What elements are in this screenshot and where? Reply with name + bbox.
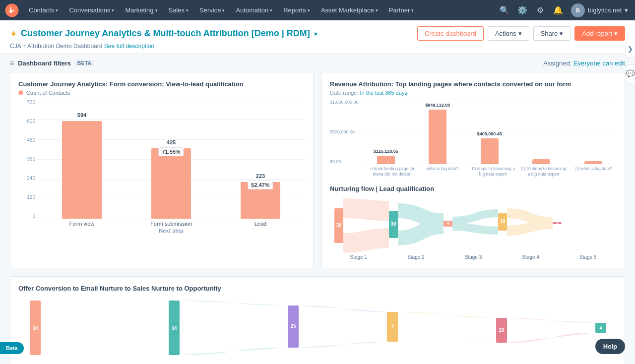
legend-dot <box>18 90 23 95</box>
sankey-chart: 38 30 4 10 1 <box>330 198 617 253</box>
bottom-flow-3 <box>299 305 387 348</box>
notifications-button[interactable]: 🔔 <box>550 2 566 18</box>
bottom-flow-1 <box>41 301 169 355</box>
user-caret-icon: ▾ <box>625 6 628 14</box>
rev-x-label-5: [*] what is big data? <box>571 166 617 177</box>
nav-contacts[interactable]: Contacts ▾ <box>24 0 63 20</box>
chart2-bars: $125,118.05 $849,132.00 $400,000.45 <box>363 100 617 164</box>
rev-bar2 <box>429 110 446 165</box>
flow-3-4 <box>452 213 498 231</box>
x-axis-subtitle: Next step <box>18 228 305 234</box>
chart2-x-labels: e-book landing page for elena (do not de… <box>330 166 617 177</box>
y-tick-240: 240 <box>27 176 35 181</box>
nav-automation[interactable]: Automation ▾ <box>231 0 277 20</box>
filters-bar: ≡ Dashboard filters BETA Assigned: Every… <box>0 54 635 72</box>
breadcrumb: CJA + Attribution Demo Dashboard See ful… <box>10 43 625 50</box>
share-button[interactable]: Share ▾ <box>533 26 571 41</box>
reports-caret-icon: ▾ <box>308 8 310 13</box>
flow-4-5 <box>507 213 553 231</box>
rev-y-tick-3: $0.00 <box>330 159 359 164</box>
marketplace-icon-button[interactable]: ⚙️ <box>514 2 530 18</box>
create-dashboard-button[interactable]: Create dashboard <box>417 26 484 41</box>
nav-sales[interactable]: Sales ▾ <box>164 0 194 20</box>
nav-asset-marketplace[interactable]: Asset Marketplace ▾ <box>316 0 383 20</box>
stage-label-1: Stage 1 <box>330 254 387 260</box>
search-button[interactable]: 🔍 <box>497 2 512 18</box>
settings-button[interactable]: ⚙ <box>532 2 548 18</box>
bar2-value: 425 <box>167 139 176 145</box>
add-report-button[interactable]: Add report ▾ <box>574 26 625 41</box>
rev-bar4 <box>532 159 550 164</box>
rev-bar2-value: $849,132.00 <box>425 103 450 108</box>
svg-point-0 <box>5 3 19 17</box>
flow-2-3 <box>398 211 444 238</box>
bar-group-1: 594 <box>37 100 127 219</box>
chat-button[interactable]: 💬 <box>625 64 635 82</box>
y-tick-600: 600 <box>27 119 35 124</box>
conversations-caret-icon: ▾ <box>112 8 114 13</box>
marketing-caret-icon: ▾ <box>155 8 158 13</box>
nav-marketing[interactable]: Marketing ▾ <box>120 0 162 20</box>
username: biglytics.net <box>588 6 622 14</box>
filter-icon: ≡ <box>10 59 14 67</box>
see-full-description-link[interactable]: See full description <box>104 43 154 50</box>
bar2 <box>151 148 191 219</box>
filters-left: ≡ Dashboard filters BETA <box>10 59 94 67</box>
rev-x-label-2: what is big data? <box>420 166 466 177</box>
service-caret-icon: ▾ <box>222 8 225 13</box>
stage-label-2: Stage 2 <box>387 254 445 260</box>
y-tick-120: 120 <box>27 194 35 200</box>
conversion-badge-1: 71.55% <box>158 147 184 156</box>
sales-caret-icon: ▾ <box>186 8 189 13</box>
y-tick-360: 360 <box>27 156 35 162</box>
stage-labels: Stage 1 Stage 2 Stage 3 Stage 4 Stage 5 <box>330 254 617 260</box>
y-axis: 720 600 480 360 240 120 0 <box>18 100 37 219</box>
contacts-caret-icon: ▾ <box>56 8 58 13</box>
chart1-grid: 594 425 71.55% 223 52.47% <box>37 100 305 219</box>
rev-bar-group-1: $125,118.05 <box>363 100 409 164</box>
chart2-title: Revenue Attribution: Top landing pages w… <box>330 80 617 88</box>
share-caret-icon: ▾ <box>560 30 563 37</box>
rev-x-label-1: e-book landing page for elena (do not de… <box>370 166 415 177</box>
assigned-value-link[interactable]: Everyone can edit <box>573 60 625 67</box>
conversion-badge-2: 52.47% <box>248 181 273 189</box>
filter-label[interactable]: Dashboard filters <box>18 60 71 67</box>
sidebar-collapse-button[interactable]: ❯ <box>625 40 635 58</box>
rev-bar3-value: $400,000.45 <box>477 131 502 136</box>
flow-1-2 <box>343 208 389 243</box>
actions-button[interactable]: Actions ▾ <box>488 26 529 41</box>
nav-partner[interactable]: Partner ▾ <box>384 0 419 20</box>
rev-y-tick-1: $1,000,000.00 <box>330 100 359 105</box>
sankey-chart-bottom: 34 34 25 7 20 4 <box>18 298 617 358</box>
add-report-caret-icon: ▾ <box>614 30 618 37</box>
nav-reports[interactable]: Reports ▾ <box>278 0 315 20</box>
title-left: ★ Customer Journey Analytics & Multi-tou… <box>10 28 318 39</box>
chart1-card: Customer Journey Analytics: Form convers… <box>10 72 314 268</box>
rev-bar5 <box>584 161 602 165</box>
chart1-legend: Count of Contacts <box>18 90 305 96</box>
beta-badge: BETA <box>75 60 94 66</box>
bottom-label-6: 4 <box>599 325 602 330</box>
hubspot-logo[interactable] <box>4 2 20 18</box>
rev-bar-group-2: $849,132.00 <box>414 100 461 164</box>
stage-label-4: Stage 4 <box>502 254 560 260</box>
page-title: Customer Journey Analytics & Multi-touch… <box>21 28 310 39</box>
rev-bar1-value: $125,118.05 <box>374 149 398 154</box>
help-button[interactable]: Help <box>595 339 625 354</box>
chart4-card: Offer Conversion to Email Nurture to Sal… <box>10 276 625 364</box>
beta-pill[interactable]: Beta <box>0 342 24 354</box>
bar-group-3: 223 52.47% <box>216 100 305 219</box>
top-navigation: Contacts ▾ Conversations ▾ Marketing ▾ S… <box>0 0 635 20</box>
partner-caret-icon: ▾ <box>411 8 414 13</box>
rev-y-tick-2: $500,000.00 <box>330 129 359 134</box>
user-menu[interactable]: B biglytics.net ▾ <box>568 3 631 17</box>
nav-conversations[interactable]: Conversations ▾ <box>64 0 119 20</box>
y-tick-0: 0 <box>32 213 35 219</box>
nav-service[interactable]: Service ▾ <box>194 0 230 20</box>
title-dropdown-icon[interactable]: ▾ <box>314 30 318 38</box>
favorite-star-icon[interactable]: ★ <box>10 29 17 38</box>
bottom-flow-2 <box>180 301 288 355</box>
actions-caret-icon: ▾ <box>518 30 522 37</box>
dashboard-grid: Customer Journey Analytics: Form convers… <box>0 72 635 364</box>
marketplace-caret-icon: ▾ <box>376 8 378 13</box>
